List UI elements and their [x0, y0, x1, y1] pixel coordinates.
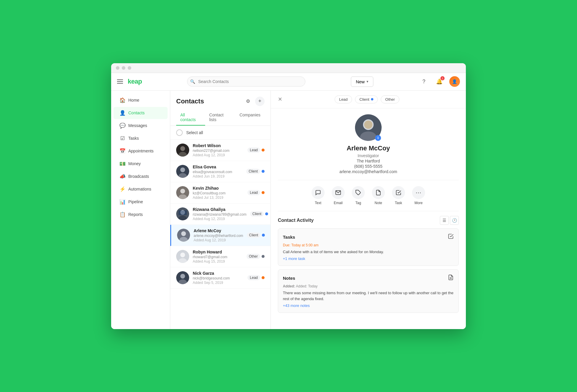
- help-button[interactable]: ?: [419, 76, 429, 87]
- close-button[interactable]: ✕: [278, 96, 282, 103]
- contact-item-arlene[interactable]: Arlene McCoy arlene.mccoy@thehartford.co…: [170, 225, 270, 246]
- tag-label-elisa: Client: [246, 169, 260, 174]
- contact-item-robert[interactable]: Robert Wilson rwilson227@gmail.com Added…: [170, 140, 270, 161]
- hamburger-icon[interactable]: [117, 79, 123, 84]
- contact-item-rizwana[interactable]: Rizwana Ghaliya rizwana@rizwana789@gmail…: [170, 204, 270, 225]
- contacts-title: Contacts: [176, 97, 204, 105]
- sidebar-item-messages[interactable]: 💬 Messages: [114, 120, 168, 132]
- contact-tag-robert: Lead: [247, 147, 265, 153]
- task-label: Task: [395, 201, 402, 205]
- timeline-view-button[interactable]: 🕐: [450, 216, 459, 225]
- contact-item-nick[interactable]: Nick Garza nick@bridgesound.com Added Se…: [170, 267, 270, 289]
- home-icon: 🏠: [119, 97, 125, 103]
- select-all-row[interactable]: Select all: [170, 126, 270, 140]
- tasks-icon: ☑: [119, 135, 125, 141]
- sidebar-label-home: Home: [128, 98, 139, 103]
- contact-profile: i Arlene McCoy Investigator The Hartford…: [278, 114, 459, 180]
- user-avatar[interactable]: 👤: [449, 76, 460, 87]
- new-button-chevron: ▾: [367, 79, 368, 84]
- sidebar-label-reports: Reports: [128, 212, 143, 217]
- logo: keap: [128, 78, 142, 85]
- contact-date-elisa: Added Jun 19, 2019: [193, 174, 243, 178]
- profile-title: Investigator: [278, 153, 459, 158]
- contact-info-arlene: Arlene McCoy arlene.mccoy@thehartford.co…: [194, 228, 243, 242]
- tag-dot-arlene: [262, 234, 265, 237]
- contact-name-robert: Robert Wilson: [193, 143, 244, 148]
- new-button-label: New: [356, 79, 365, 84]
- tab-companies[interactable]: Companies: [235, 110, 265, 126]
- contact-date-rizwana: Added Aug 12, 2019: [193, 217, 247, 221]
- contact-avatar-robyn: [176, 250, 189, 263]
- svg-rect-11: [179, 210, 187, 215]
- sidebar-item-automations[interactable]: ⚡ Automations: [114, 183, 168, 195]
- contact-info-robyn: Robyn Howard rhoward7@gmail.com Added Au…: [193, 250, 243, 263]
- tag-dot-kevin: [262, 191, 265, 194]
- contact-avatar-arlene: [177, 229, 190, 242]
- svg-point-7: [180, 189, 185, 193]
- activity-view-buttons: ☰ 🕐: [440, 216, 459, 225]
- sidebar-item-reports[interactable]: 📋 Reports: [114, 209, 168, 221]
- main-content: 🏠 Home 👤 Contacts 💬 Messages ☑ Tasks 📅 A…: [111, 91, 466, 329]
- notes-more-link[interactable]: +43 more notes: [283, 303, 454, 308]
- sidebar-item-appointments[interactable]: 📅 Appointments: [114, 145, 168, 157]
- sidebar-item-home[interactable]: 🏠 Home: [114, 94, 168, 106]
- task-due-text: Due: Today at 5:00 am: [283, 243, 454, 247]
- search-input[interactable]: [187, 77, 305, 87]
- action-buttons: Text Email: [278, 180, 459, 211]
- type-tag-lead[interactable]: Lead: [335, 95, 352, 103]
- sidebar-label-broadcasts: Broadcasts: [128, 174, 149, 179]
- svg-point-4: [180, 167, 185, 172]
- tag-dot-nick: [262, 276, 265, 279]
- window-dot-red: [116, 66, 119, 70]
- sidebar-item-contacts[interactable]: 👤 Contacts: [114, 107, 168, 119]
- contact-avatar-rizwana: [176, 207, 189, 220]
- contacts-tabs: All contacts Contact lists Companies: [170, 110, 270, 126]
- list-view-button[interactable]: ☰: [440, 216, 449, 225]
- notes-card-header: Notes: [283, 274, 454, 282]
- new-button[interactable]: New ▾: [351, 77, 373, 87]
- task-more-link[interactable]: +1 more task: [283, 256, 454, 261]
- type-tag-client[interactable]: Client: [355, 95, 378, 103]
- action-email[interactable]: Email: [332, 186, 345, 205]
- sidebar-item-tasks[interactable]: ☑ Tasks: [114, 132, 168, 144]
- type-tag-other[interactable]: Other: [381, 95, 399, 103]
- plus-icon: +: [258, 98, 262, 104]
- sidebar-item-pipeline[interactable]: 📊 Pipeline: [114, 196, 168, 208]
- contact-tag-elisa: Client: [246, 169, 265, 174]
- contact-date-nick: Added Sep 5, 2019: [193, 281, 244, 285]
- tab-contact-lists[interactable]: Contact lists: [205, 110, 235, 126]
- tag-label-robert: Lead: [247, 147, 260, 153]
- notifications-button[interactable]: 🔔 1: [434, 76, 445, 87]
- contact-tag-nick: Lead: [247, 275, 265, 280]
- svg-point-17: [180, 253, 185, 257]
- appointments-icon: 📅: [119, 148, 125, 154]
- sidebar-item-money[interactable]: 💵 Money: [114, 158, 168, 170]
- window-dot-yellow: [122, 66, 125, 70]
- action-task[interactable]: Task: [392, 186, 405, 205]
- sidebar-label-messages: Messages: [128, 123, 147, 128]
- sidebar-item-broadcasts[interactable]: 📣 Broadcasts: [114, 170, 168, 183]
- sidebar-label-pipeline: Pipeline: [128, 199, 143, 204]
- contact-email-nick: nick@bridgesound.com: [193, 276, 244, 280]
- tab-all-contacts[interactable]: All contacts: [176, 110, 205, 126]
- contacts-list: Robert Wilson rwilson227@gmail.com Added…: [170, 140, 270, 329]
- contact-name-nick: Nick Garza: [193, 271, 244, 276]
- contact-email-elisa: elisa@goveaconsult.com: [193, 170, 243, 174]
- contact-info-kevin: Kevin Zhihao kz@Consultbug.com Added Jul…: [193, 186, 244, 200]
- profile-company: The Hartford: [278, 159, 459, 163]
- more-icon: ···: [412, 186, 425, 199]
- contact-tag-kevin: Lead: [247, 190, 265, 195]
- filter-button[interactable]: ⚙: [243, 97, 253, 106]
- select-all-checkbox[interactable]: [176, 129, 183, 136]
- tasks-card-header: Tasks: [283, 233, 454, 241]
- action-text[interactable]: Text: [312, 186, 325, 205]
- contact-info-elisa: Elisa Govea elisa@goveaconsult.com Added…: [193, 165, 243, 178]
- action-tag[interactable]: Tag: [352, 186, 365, 205]
- contact-item-kevin[interactable]: Kevin Zhihao kz@Consultbug.com Added Jul…: [170, 182, 270, 204]
- add-contact-button[interactable]: +: [255, 97, 265, 106]
- contact-item-robyn[interactable]: Robyn Howard rhoward7@gmail.com Added Au…: [170, 246, 270, 267]
- contact-date-robyn: Added Aug 15, 2019: [193, 259, 243, 263]
- contact-item-elisa[interactable]: Elisa Govea elisa@goveaconsult.com Added…: [170, 161, 270, 182]
- action-more[interactable]: ··· More: [412, 186, 425, 205]
- action-note[interactable]: Note: [372, 186, 385, 205]
